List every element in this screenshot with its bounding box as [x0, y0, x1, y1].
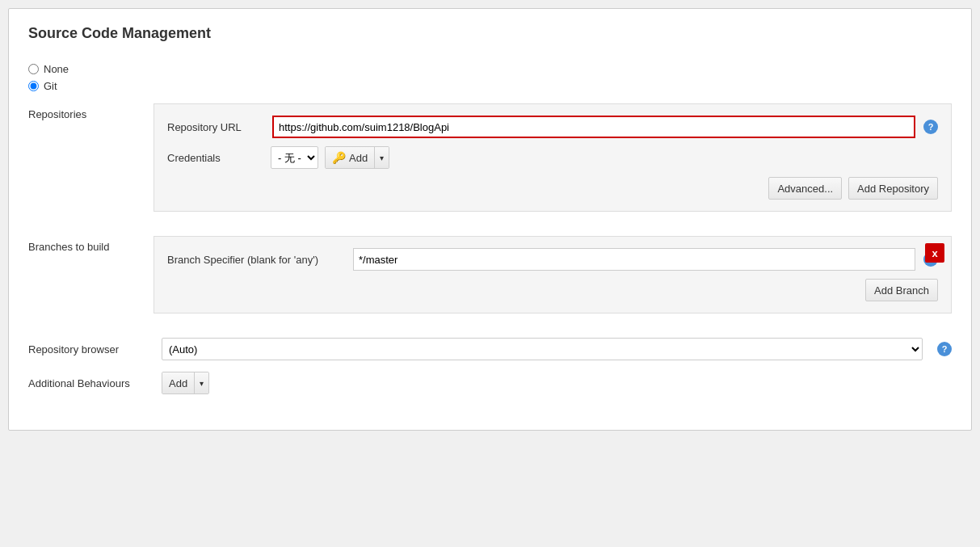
- add-behaviour-label: Add: [169, 377, 187, 389]
- repo-url-label: Repository URL: [167, 121, 264, 133]
- add-credentials-main[interactable]: 🔑 Add: [326, 147, 375, 168]
- branches-panel: x Branch Specifier (blank for 'any') ? A…: [154, 236, 952, 313]
- add-behaviour-dropdown[interactable]: ▾: [195, 372, 208, 393]
- branch-specifier-input[interactable]: [353, 248, 915, 271]
- repo-url-help-icon[interactable]: ?: [923, 120, 938, 134]
- repo-browser-label: Repository browser: [28, 343, 154, 356]
- add-branch-button[interactable]: Add Branch: [865, 279, 938, 301]
- none-radio-item: None: [28, 63, 952, 75]
- branch-specifier-row: Branch Specifier (blank for 'any') ?: [167, 248, 938, 271]
- repo-buttons-row: Advanced... Add Repository: [167, 177, 938, 200]
- none-label: None: [44, 63, 69, 75]
- additional-behaviours-content: Add ▾: [162, 372, 952, 394]
- git-radio[interactable]: [28, 81, 39, 91]
- credentials-select[interactable]: - 无 -: [271, 146, 318, 169]
- add-repository-button[interactable]: Add Repository: [848, 177, 938, 200]
- advanced-button[interactable]: Advanced...: [768, 177, 842, 200]
- add-behaviour-main[interactable]: Add: [162, 372, 195, 393]
- repo-browser-row: Repository browser (Auto) ?: [28, 338, 952, 360]
- branches-buttons-row: Add Branch: [167, 279, 938, 301]
- git-radio-item: Git: [28, 80, 952, 92]
- source-code-management-panel: Source Code Management None Git Reposito…: [8, 8, 972, 431]
- credentials-label: Credentials: [167, 152, 264, 164]
- branches-content: x Branch Specifier (blank for 'any') ? A…: [154, 236, 952, 326]
- none-radio[interactable]: [28, 64, 39, 74]
- repositories-field-row: Repositories Repository URL ? Credential…: [28, 103, 952, 225]
- repositories-content: Repository URL ? Credentials - 无 - 🔑 Add: [154, 103, 952, 225]
- add-behaviour-button[interactable]: Add ▾: [162, 372, 209, 394]
- repositories-label: Repositories: [28, 103, 154, 120]
- repositories-panel: Repository URL ? Credentials - 无 - 🔑 Add: [154, 103, 952, 212]
- add-credentials-label: Add: [349, 152, 368, 164]
- credentials-row: Credentials - 无 - 🔑 Add ▾: [167, 146, 938, 169]
- repo-url-row: Repository URL ?: [167, 116, 938, 138]
- branches-label: Branches to build: [28, 236, 154, 253]
- add-credentials-dropdown[interactable]: ▾: [375, 147, 389, 168]
- additional-behaviours-label: Additional Behaviours: [28, 377, 154, 389]
- repo-browser-content: (Auto): [162, 338, 923, 360]
- section-title: Source Code Management: [28, 25, 952, 48]
- repo-url-input[interactable]: [272, 116, 915, 138]
- branches-field-row: Branches to build x Branch Specifier (bl…: [28, 236, 952, 326]
- branch-specifier-label: Branch Specifier (blank for 'any'): [167, 254, 345, 266]
- git-label: Git: [44, 80, 57, 92]
- add-credentials-button[interactable]: 🔑 Add ▾: [325, 146, 389, 169]
- repo-browser-select[interactable]: (Auto): [162, 338, 923, 360]
- repo-browser-help-icon[interactable]: ?: [937, 342, 952, 356]
- key-icon: 🔑: [332, 151, 346, 164]
- additional-behaviours-row: Additional Behaviours Add ▾: [28, 372, 952, 394]
- remove-branch-button[interactable]: x: [925, 243, 944, 263]
- scm-radio-group: None Git: [28, 63, 952, 92]
